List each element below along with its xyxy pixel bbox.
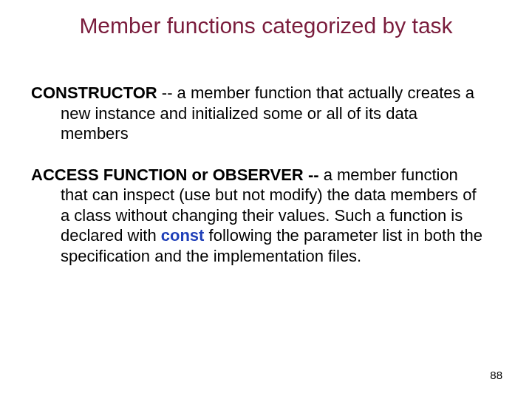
const-keyword: const	[161, 226, 205, 245]
slide-body: CONSTRUCTOR -- a member function that ac…	[31, 83, 488, 287]
page-number: 88	[490, 369, 502, 381]
slide-title: Member functions categorized by task	[0, 13, 532, 38]
sep2: --	[304, 166, 324, 184]
access-function-term: ACCESS FUNCTION	[31, 166, 187, 184]
sep: --	[157, 83, 177, 102]
constructor-paragraph: CONSTRUCTOR -- a member function that ac…	[31, 83, 488, 144]
observer-term: OBSERVER	[213, 166, 304, 184]
access-function-paragraph: ACCESS FUNCTION or OBSERVER -- a member …	[31, 165, 488, 267]
constructor-term: CONSTRUCTOR	[31, 83, 157, 102]
or-word: or	[187, 166, 212, 184]
